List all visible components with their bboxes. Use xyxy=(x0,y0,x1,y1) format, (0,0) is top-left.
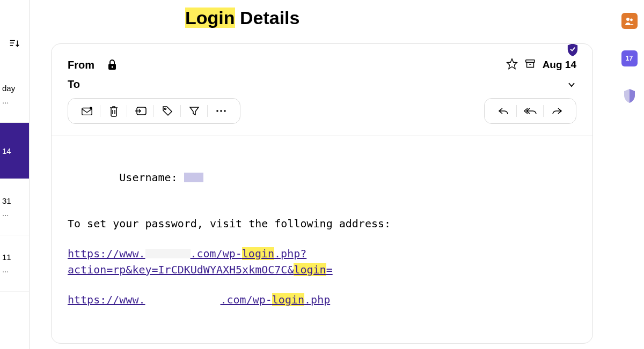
svg-point-16 xyxy=(224,110,226,112)
list-item-preview: ... xyxy=(2,96,27,105)
svg-point-14 xyxy=(216,110,218,112)
reset-password-link[interactable]: https://www..com/wp-login.php? action=rp… xyxy=(68,246,576,278)
sort-icon[interactable] xyxy=(8,38,21,50)
star-icon[interactable] xyxy=(506,58,518,72)
to-label: To xyxy=(68,78,105,91)
svg-marker-5 xyxy=(507,59,516,69)
verified-shield-icon xyxy=(567,43,579,57)
from-label: From xyxy=(68,59,105,71)
chevron-down-icon[interactable] xyxy=(567,80,576,90)
svg-point-9 xyxy=(90,107,92,109)
app-rail: 17 xyxy=(614,0,644,349)
list-item-preview: ... xyxy=(2,209,27,218)
email-body: Username: To set your password, visit th… xyxy=(52,136,592,343)
tag-button[interactable] xyxy=(154,104,181,118)
filter-button[interactable] xyxy=(181,104,208,118)
svg-point-15 xyxy=(220,110,222,112)
email-list-sidebar: day ... 14 31 ... 11 ... xyxy=(0,0,30,349)
subject-highlight: Login xyxy=(185,8,235,28)
redacted-domain xyxy=(145,295,221,305)
list-item[interactable]: day ... xyxy=(0,66,29,123)
svg-point-18 xyxy=(630,19,633,21)
calendar-icon[interactable]: 17 xyxy=(621,50,638,66)
calendar-day-number: 17 xyxy=(626,55,633,62)
shield-icon[interactable] xyxy=(621,88,638,104)
reply-toolbar xyxy=(484,98,576,124)
list-item-date: 11 xyxy=(2,253,27,262)
svg-rect-4 xyxy=(112,66,113,68)
more-button[interactable] xyxy=(208,104,235,118)
list-item-date: day xyxy=(2,84,27,93)
svg-point-13 xyxy=(165,108,166,110)
move-button[interactable] xyxy=(127,104,154,118)
email-view: Login Details From Aug 14 xyxy=(30,0,614,349)
list-item[interactable]: 11 ... xyxy=(0,235,29,292)
email-card: From Aug 14 To xyxy=(51,43,593,344)
reply-button[interactable] xyxy=(490,104,517,118)
email-header: From Aug 14 To xyxy=(52,44,592,136)
list-item-date: 14 xyxy=(2,146,27,155)
redacted-username xyxy=(184,173,203,182)
username-label: Username: xyxy=(119,171,184,184)
list-item[interactable]: 31 ... xyxy=(0,179,29,235)
svg-rect-6 xyxy=(525,60,535,63)
email-date: Aug 14 xyxy=(543,59,576,71)
login-page-link[interactable]: https://www..com/wp-login.php xyxy=(68,292,576,308)
subject-rest: Details xyxy=(235,8,300,28)
svg-point-17 xyxy=(626,18,630,21)
instruction-text: To set your password, visit the followin… xyxy=(68,216,576,232)
delete-button[interactable] xyxy=(100,104,127,118)
lock-icon xyxy=(107,60,117,70)
contacts-icon[interactable] xyxy=(621,13,638,29)
mark-unread-button[interactable] xyxy=(74,104,100,118)
email-subject: Login Details xyxy=(185,8,593,28)
list-item-date: 31 xyxy=(2,196,27,205)
archive-icon[interactable] xyxy=(524,58,536,72)
username-line: Username: xyxy=(68,153,576,202)
email-toolbar-row xyxy=(68,98,576,124)
action-toolbar xyxy=(68,98,240,124)
list-item-preview: ... xyxy=(2,265,27,274)
forward-button[interactable] xyxy=(544,104,570,118)
list-item[interactable]: 14 xyxy=(0,123,29,179)
redacted-domain xyxy=(145,249,191,258)
reply-all-button[interactable] xyxy=(517,104,544,118)
